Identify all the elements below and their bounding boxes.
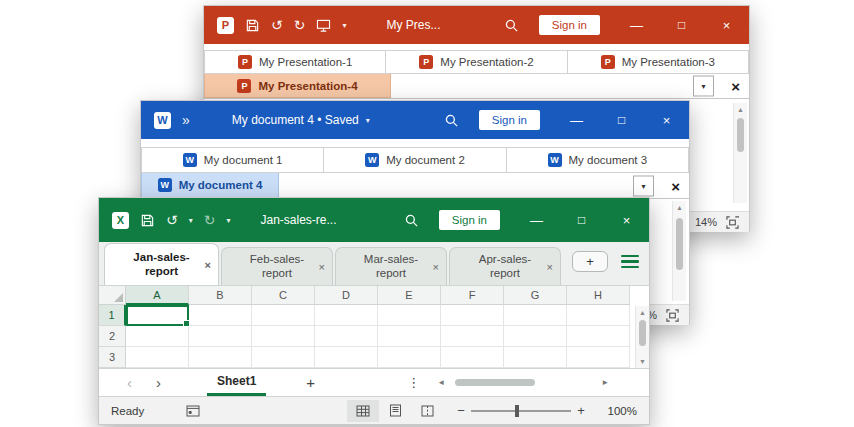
hamburger-menu-icon[interactable]	[621, 255, 639, 269]
scrollbar-track[interactable]	[449, 377, 597, 389]
maximize-button[interactable]: □	[659, 6, 704, 44]
column-header-d[interactable]: D	[315, 286, 378, 305]
close-button[interactable]: ×	[704, 6, 749, 44]
close-button[interactable]: ×	[644, 101, 689, 139]
cell-b1[interactable]	[189, 305, 252, 326]
tab-my-presentation-4[interactable]: P My Presentation-4	[204, 74, 391, 98]
selected-cell-a1[interactable]	[126, 305, 189, 326]
cell-d1[interactable]	[315, 305, 378, 326]
undo-icon[interactable]: ↺	[166, 213, 178, 227]
normal-view-icon[interactable]	[347, 400, 379, 422]
page-break-preview-icon[interactable]	[411, 400, 443, 422]
redo-icon[interactable]: ↻	[294, 18, 306, 32]
minimize-button[interactable]: —	[614, 6, 659, 44]
column-header-c[interactable]: C	[252, 286, 315, 305]
tab-my-document-4[interactable]: W My document 4	[141, 173, 279, 198]
tab-close-icon[interactable]: ×	[205, 259, 211, 271]
row-header-1[interactable]: 1	[99, 305, 126, 326]
scrollbar-thumb[interactable]	[676, 218, 683, 270]
sign-in-button[interactable]: Sign in	[439, 210, 500, 230]
select-all-corner[interactable]	[99, 286, 126, 305]
save-icon[interactable]	[140, 213, 155, 228]
column-header-e[interactable]: E	[378, 286, 441, 305]
tab-close-icon[interactable]: ×	[319, 261, 325, 273]
scroll-down-icon[interactable]: ▼	[639, 355, 646, 368]
sign-in-button[interactable]: Sign in	[479, 110, 540, 130]
customize-toolbar-dropdown-icon[interactable]: ▾	[342, 21, 346, 30]
word-app-icon[interactable]: W	[154, 112, 171, 129]
page-layout-view-icon[interactable]	[379, 400, 411, 422]
cell-h2[interactable]	[567, 326, 630, 347]
save-icon[interactable]	[245, 18, 260, 33]
search-icon[interactable]	[404, 213, 419, 228]
tab-feb-sales-report[interactable]: Feb-sales-report×	[221, 247, 333, 285]
cell-c2[interactable]	[252, 326, 315, 347]
cell-d3[interactable]	[315, 347, 378, 368]
maximize-button[interactable]: □	[599, 101, 644, 139]
cell-f2[interactable]	[441, 326, 504, 347]
sheet-options-icon[interactable]: ⋮	[407, 375, 420, 390]
column-header-h[interactable]: H	[567, 286, 630, 305]
vertical-scrollbar[interactable]: ▲	[672, 201, 686, 301]
scroll-up-icon[interactable]: ▲	[639, 306, 646, 319]
add-tab-button[interactable]: +	[572, 251, 608, 272]
search-icon[interactable]	[444, 113, 459, 128]
tab-apr-sales-report[interactable]: Apr-sales-report×	[449, 247, 561, 285]
tab-my-presentation-2[interactable]: PMy Presentation-2	[386, 50, 567, 74]
tab-close-icon[interactable]: ×	[433, 261, 439, 273]
scrollbar-thumb[interactable]	[639, 320, 646, 346]
scroll-up-icon[interactable]: ▲	[737, 103, 744, 116]
vertical-scrollbar[interactable]: ▲	[733, 103, 747, 203]
tab-close-icon[interactable]: ×	[547, 261, 553, 273]
tab-close-icon[interactable]: ×	[731, 78, 740, 95]
macro-record-icon[interactable]	[186, 405, 200, 417]
excel-app-icon[interactable]: X	[112, 212, 129, 229]
zoom-slider-thumb[interactable]	[515, 405, 519, 417]
tab-mar-sales-report[interactable]: Mar-sales-report×	[335, 247, 447, 285]
cell-g1[interactable]	[504, 305, 567, 326]
start-slideshow-icon[interactable]	[316, 19, 331, 32]
vertical-scrollbar[interactable]: ▲ ▼	[635, 306, 649, 368]
next-sheet-icon[interactable]: ›	[156, 374, 161, 391]
cell-f3[interactable]	[441, 347, 504, 368]
new-sheet-button[interactable]: +	[306, 374, 315, 391]
cell-c1[interactable]	[252, 305, 315, 326]
row-header-2[interactable]: 2	[99, 326, 126, 347]
sheet-tab-sheet1[interactable]: Sheet1	[207, 369, 266, 396]
tab-list-dropdown-icon[interactable]: ▾	[693, 76, 714, 97]
minimize-button[interactable]: —	[514, 198, 559, 242]
cell-d2[interactable]	[315, 326, 378, 347]
cell-e3[interactable]	[378, 347, 441, 368]
column-header-f[interactable]: F	[441, 286, 504, 305]
cell-b2[interactable]	[189, 326, 252, 347]
tab-list-dropdown-icon[interactable]: ▾	[633, 175, 654, 196]
zoom-slider[interactable]	[471, 404, 571, 418]
tab-my-document-1[interactable]: WMy document 1	[141, 147, 324, 173]
scrollbar-thumb[interactable]	[737, 118, 744, 152]
undo-icon[interactable]: ↺	[271, 18, 283, 32]
customize-toolbar-dropdown-icon[interactable]: ▾	[226, 216, 230, 225]
scroll-left-icon[interactable]: ◄	[437, 378, 445, 387]
fill-handle[interactable]	[183, 320, 190, 327]
zoom-in-button[interactable]: +	[571, 403, 591, 418]
column-header-g[interactable]: G	[504, 286, 567, 305]
tab-close-icon[interactable]: ×	[671, 177, 680, 194]
cell-h3[interactable]	[567, 347, 630, 368]
zoom-slider-track[interactable]	[471, 410, 571, 412]
minimize-button[interactable]: —	[554, 101, 599, 139]
horizontal-scrollbar[interactable]: ◄ ►	[437, 377, 609, 389]
cell-g2[interactable]	[504, 326, 567, 347]
column-header-a[interactable]: A	[126, 286, 189, 305]
cell-e2[interactable]	[378, 326, 441, 347]
redo-icon[interactable]: ↻	[204, 213, 216, 227]
tab-my-document-2[interactable]: WMy document 2	[324, 147, 506, 173]
search-icon[interactable]	[504, 18, 519, 33]
fit-to-window-icon[interactable]	[666, 309, 679, 322]
cell-c3[interactable]	[252, 347, 315, 368]
tab-my-document-3[interactable]: WMy document 3	[507, 147, 689, 173]
previous-sheet-icon[interactable]: ‹	[127, 374, 132, 391]
close-button[interactable]: ×	[604, 198, 649, 242]
cell-f1[interactable]	[441, 305, 504, 326]
cell-h1[interactable]	[567, 305, 630, 326]
scroll-up-icon[interactable]: ▲	[676, 201, 683, 214]
